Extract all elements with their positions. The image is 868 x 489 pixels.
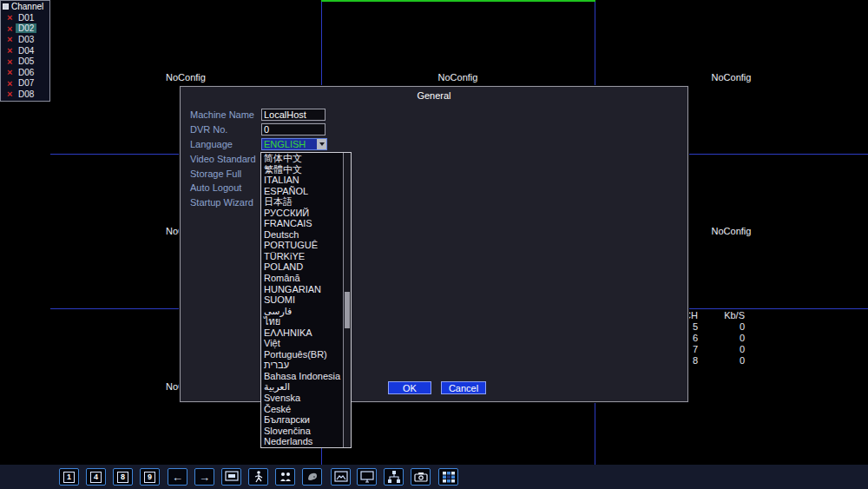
sidebar-item-d07[interactable]: ×D07 xyxy=(1,78,49,89)
bitrate-col-kbs: Kb/S xyxy=(698,310,745,321)
page-right-button[interactable]: → xyxy=(194,468,214,486)
startup-wizard-label: Startup Wizard xyxy=(190,197,253,208)
language-option[interactable]: Nederlands xyxy=(261,436,343,447)
bitrate-value: 0 xyxy=(698,321,745,333)
cancel-button[interactable]: Cancel xyxy=(441,381,486,394)
sidebar-item-d01[interactable]: ×D01 xyxy=(1,12,49,23)
mosaic-button[interactable] xyxy=(438,468,458,486)
machine-name-input[interactable] xyxy=(261,109,326,121)
image-button[interactable] xyxy=(331,468,351,486)
language-option[interactable]: Svenska xyxy=(261,393,343,404)
general-dialog: General Machine Name DVR No. Language EN… xyxy=(180,86,688,402)
language-option[interactable]: Slovenčina xyxy=(261,426,343,437)
language-option[interactable]: 简体中文 xyxy=(261,153,343,164)
language-option[interactable]: Việt xyxy=(261,338,343,349)
language-option[interactable]: ITALIAN xyxy=(261,175,343,186)
language-option[interactable]: TÜRKiYE xyxy=(261,251,343,262)
view-1-label: 1 xyxy=(63,472,75,483)
channel-x-icon: × xyxy=(7,24,16,33)
view-1-button[interactable]: 1 xyxy=(59,468,79,486)
language-label: Language xyxy=(190,139,233,150)
dvr-no-input[interactable] xyxy=(261,123,326,135)
language-option[interactable]: ΕΛΛΗΝΙΚΑ xyxy=(261,327,343,339)
channel-label: D01 xyxy=(16,13,36,23)
page-left-button[interactable]: ← xyxy=(168,468,187,486)
monitor-icon xyxy=(359,470,375,484)
bottom-toolbar: 1 4 8 9 ← → xyxy=(0,465,868,489)
no-config-label: NoConfig xyxy=(438,72,478,83)
channel-checkbox-icon[interactable] xyxy=(3,3,9,10)
sidebar-item-d03[interactable]: ×D03 xyxy=(1,34,49,45)
network-button[interactable] xyxy=(384,468,404,486)
channel-x-icon: × xyxy=(7,68,16,76)
language-option[interactable]: SUOMI xyxy=(261,294,343,306)
language-option[interactable]: Română xyxy=(261,273,343,284)
view-9-label: 9 xyxy=(144,472,155,483)
language-option[interactable]: Português(BR) xyxy=(261,349,343,360)
view-8-label: 8 xyxy=(117,472,128,483)
language-option[interactable]: ไทย xyxy=(261,316,343,327)
channel-x-icon: × xyxy=(7,46,16,55)
sidebar-item-d08[interactable]: ×D08 xyxy=(1,89,49,100)
language-dropdown-list: 简体中文 繁體中文 ITALIAN ESPAÑOL 日本語 РУССКИЙ FR… xyxy=(260,152,352,448)
patrol-button[interactable] xyxy=(248,468,268,486)
view-4-label: 4 xyxy=(90,472,102,483)
channel-label: D02 xyxy=(16,23,36,33)
language-option[interactable]: 繁體中文 xyxy=(261,164,343,175)
mosaic-grid-icon xyxy=(441,470,457,484)
language-options: 简体中文 繁體中文 ITALIAN ESPAÑOL 日本語 РУССКИЙ FR… xyxy=(261,153,343,447)
chevron-down-icon[interactable] xyxy=(317,139,326,149)
users-button[interactable] xyxy=(275,468,295,486)
channel-x-icon: × xyxy=(7,13,16,22)
dialog-title: General xyxy=(181,90,687,101)
bitrate-value: 0 xyxy=(698,355,745,367)
language-option[interactable]: فارسى xyxy=(261,306,343,317)
arrow-right-icon: → xyxy=(199,472,210,483)
language-option[interactable]: العربية xyxy=(261,381,343,393)
language-option[interactable]: Deutsch xyxy=(261,229,343,241)
language-option[interactable]: POLAND xyxy=(261,261,343,273)
sidebar-item-d04[interactable]: ×D04 xyxy=(1,45,49,56)
camera-button[interactable] xyxy=(411,468,431,486)
auto-logout-label: Auto Logout xyxy=(190,182,241,194)
channel-label: D04 xyxy=(16,46,36,56)
channel-panel-title: Channel xyxy=(11,2,43,11)
sidebar-item-d06[interactable]: ×D06 xyxy=(1,67,49,78)
channel-x-icon: × xyxy=(7,89,16,98)
channel-label: D08 xyxy=(16,89,36,99)
no-config-label: NoConfig xyxy=(166,72,206,83)
language-option[interactable]: 日本語 xyxy=(261,196,343,208)
language-option[interactable]: PORTUGUÊ xyxy=(261,240,343,251)
language-option[interactable]: РУССКИЙ xyxy=(261,208,343,219)
language-option[interactable]: Български xyxy=(261,414,343,426)
bitrate-value: 0 xyxy=(698,344,745,355)
storage-full-label: Storage Full xyxy=(190,169,241,180)
sidebar-item-d02[interactable]: ×D02 xyxy=(1,23,49,35)
language-option[interactable]: České xyxy=(261,404,343,415)
sidebar-item-d05[interactable]: ×D05 xyxy=(1,56,49,67)
view-9-button[interactable]: 9 xyxy=(140,468,160,486)
language-list-scrollbar[interactable] xyxy=(343,153,351,447)
language-option[interactable]: ESPAÑOL xyxy=(261,186,343,197)
arrow-left-icon: ← xyxy=(172,472,183,483)
dvr-no-label: DVR No. xyxy=(190,124,227,135)
screen-button[interactable] xyxy=(221,468,241,486)
channel-label: D03 xyxy=(16,35,36,44)
language-option[interactable]: עברית xyxy=(261,360,343,371)
network-icon xyxy=(386,470,402,484)
screen-icon xyxy=(224,470,240,484)
monitor-button[interactable] xyxy=(357,468,377,486)
ok-button[interactable]: OK xyxy=(388,381,431,394)
channel-label: D05 xyxy=(16,56,36,66)
view-4-button[interactable]: 4 xyxy=(86,468,106,486)
camera-icon xyxy=(413,470,429,484)
scrollbar-thumb[interactable] xyxy=(345,292,350,328)
channel-x-icon: × xyxy=(7,57,16,66)
language-option[interactable]: HUNGARIAN xyxy=(261,284,343,295)
view-8-button[interactable]: 8 xyxy=(113,468,133,486)
language-option[interactable]: Bahasa Indonesia xyxy=(261,371,343,382)
paint-button[interactable] xyxy=(302,468,322,486)
language-option[interactable]: FRANCAIS xyxy=(261,218,343,229)
language-select[interactable]: ENGLISH xyxy=(261,138,327,150)
image-icon xyxy=(333,470,349,484)
